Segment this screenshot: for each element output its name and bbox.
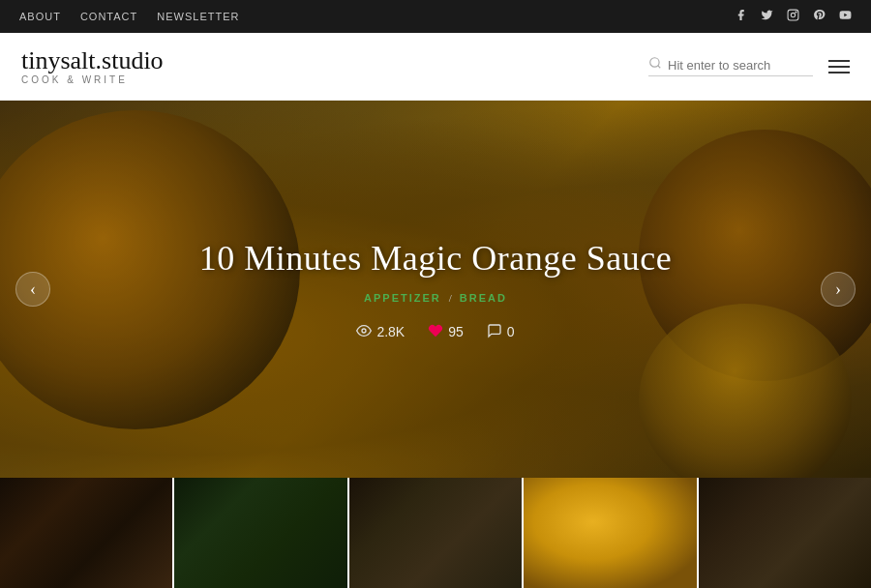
menu-icon[interactable] (828, 60, 850, 74)
category-bread[interactable]: BREAD (460, 292, 507, 304)
nav-contact[interactable]: CONTACT (80, 11, 137, 22)
site-logo: tinysalt.studio (21, 47, 164, 75)
header-right (648, 56, 850, 76)
views-stat: 2.8K (356, 323, 405, 341)
comments-stat: 0 (487, 323, 515, 341)
prev-slide-button[interactable]: ‹ (15, 272, 50, 307)
logo-area[interactable]: tinysalt.studio COOK & WRITE (21, 47, 164, 86)
site-tagline: COOK & WRITE (21, 74, 128, 85)
search-icon (648, 56, 662, 74)
thumbnail-1[interactable] (0, 478, 172, 588)
category-separator: / (449, 292, 452, 304)
hero-title: 10 Minutes Magic Orange Sauce (199, 238, 672, 279)
social-icons-group (735, 9, 852, 25)
likes-stat: 95 (428, 323, 464, 341)
twitter-icon[interactable] (761, 9, 773, 25)
comments-count: 0 (507, 324, 515, 339)
top-navigation: ABOUT CONTACT NEWSLETTER (0, 0, 871, 33)
hero-stats: 2.8K 95 0 (356, 323, 514, 341)
youtube-icon[interactable] (839, 9, 852, 25)
likes-icon (428, 323, 443, 341)
hero-categories: APPETIZER / BREAD (364, 292, 507, 304)
thumbnail-3-image (349, 478, 522, 588)
site-header: tinysalt.studio COOK & WRITE (0, 33, 871, 101)
likes-count: 95 (448, 324, 464, 339)
svg-point-3 (650, 58, 659, 67)
nav-links: ABOUT CONTACT NEWSLETTER (19, 11, 239, 22)
thumbnail-3[interactable] (347, 478, 522, 588)
facebook-icon[interactable] (735, 9, 747, 25)
thumbnail-4[interactable] (522, 478, 696, 588)
thumbnail-5-image (699, 478, 871, 588)
thumbnail-5[interactable] (697, 478, 871, 588)
svg-rect-0 (788, 10, 798, 20)
nav-newsletter[interactable]: NEWSLETTER (157, 11, 239, 22)
svg-point-5 (362, 329, 366, 333)
hero-section: ‹ › 10 Minutes Magic Orange Sauce APPETI… (0, 101, 871, 478)
thumbnail-2-image (174, 478, 346, 588)
comments-icon (487, 323, 502, 341)
thumbnail-4-image (524, 478, 696, 588)
thumbnail-1-image (0, 478, 172, 588)
search-input[interactable] (668, 58, 813, 73)
svg-line-4 (658, 66, 661, 69)
views-icon (356, 323, 372, 341)
pinterest-icon[interactable] (813, 9, 826, 25)
nav-about[interactable]: ABOUT (19, 11, 61, 22)
thumbnail-2[interactable] (172, 478, 346, 588)
thumbnail-strip (0, 478, 871, 588)
svg-point-1 (791, 13, 795, 16)
category-appetizer[interactable]: APPETIZER (364, 292, 441, 304)
svg-point-2 (796, 11, 796, 12)
next-slide-button[interactable]: › (821, 272, 856, 307)
instagram-icon[interactable] (787, 9, 799, 25)
hero-content: 10 Minutes Magic Orange Sauce APPETIZER … (0, 101, 871, 478)
views-count: 2.8K (376, 324, 405, 339)
search-bar[interactable] (648, 56, 813, 76)
